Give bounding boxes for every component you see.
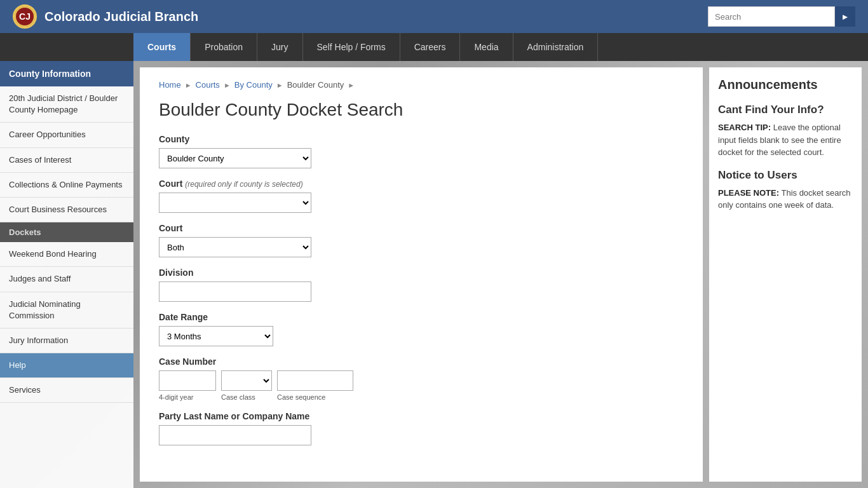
sidebar-item-help[interactable]: Help (0, 353, 133, 378)
nav-courts[interactable]: Courts (133, 33, 191, 61)
breadcrumb-home[interactable]: Home (159, 80, 181, 90)
court-required-group: Court (required only if county is select… (159, 179, 684, 213)
county-label: County (159, 134, 684, 144)
main-nav: Courts Probation Jury Self Help / Forms … (0, 33, 868, 61)
right-panel: Announcements Cant Find Your Info? SEARC… (709, 67, 862, 482)
search-tip-label: SEARCH TIP: (718, 123, 771, 132)
court-both-group: Court Both District Court County Court (159, 223, 684, 257)
date-range-select[interactable]: 3 Months 1 Month 6 Months 1 Year (159, 326, 273, 346)
site-logo: CJ (13, 4, 37, 29)
party-name-group: Party Last Name or Company Name (159, 411, 684, 445)
case-year-field: 4-digit year (159, 370, 216, 401)
party-name-input[interactable] (159, 425, 311, 445)
county-group: County Boulder County Adams County Arapa… (159, 134, 684, 168)
case-class-select[interactable]: CR CV DR (221, 370, 272, 391)
party-name-label: Party Last Name or Company Name (159, 411, 684, 421)
please-note-label: PLEASE NOTE: (718, 188, 779, 198)
sidebar-item-cases-of-interest[interactable]: Cases of Interest (0, 148, 133, 173)
sidebar-item-services[interactable]: Services (0, 378, 133, 403)
case-year-input[interactable] (159, 370, 216, 391)
please-note-text: PLEASE NOTE: This docket search only con… (718, 187, 853, 212)
search-button[interactable]: ► (835, 6, 855, 27)
court-both-label: Court (159, 223, 684, 233)
breadcrumb: Home ► Courts ► By County ► Boulder Coun… (159, 80, 684, 90)
svg-text:CJ: CJ (19, 11, 31, 22)
county-select[interactable]: Boulder County Adams County Arapahoe Cou… (159, 148, 311, 168)
breadcrumb-sep-1: ► (185, 81, 192, 89)
case-seq-field: Case sequence (277, 370, 353, 401)
content-wrapper: County Information 20th Judicial Distric… (0, 61, 868, 488)
nav-probation[interactable]: Probation (191, 33, 257, 61)
sidebar-item-jury-info[interactable]: Jury Information (0, 329, 133, 353)
search-tip-text: SEARCH TIP: Leave the optional input fie… (718, 121, 853, 159)
main-content: Home ► Courts ► By County ► Boulder Coun… (133, 61, 868, 488)
nav-jury[interactable]: Jury (257, 33, 302, 61)
case-seq-input[interactable] (277, 370, 353, 391)
division-group: Division (159, 268, 684, 302)
breadcrumb-sep-3: ► (276, 81, 283, 89)
breadcrumb-sep-4: ► (348, 81, 355, 89)
cant-find-title: Cant Find Your Info? (718, 104, 853, 116)
sidebar-section-dockets: Dockets (0, 222, 133, 242)
division-input[interactable] (159, 281, 311, 302)
breadcrumb-courts[interactable]: Courts (196, 80, 220, 90)
sidebar-item-judicial-nominating[interactable]: Judicial Nominating Commission (0, 292, 133, 329)
division-label: Division (159, 268, 684, 278)
court-required-label: Court (required only if county is select… (159, 179, 684, 189)
breadcrumb-by-county[interactable]: By County (234, 80, 273, 90)
sidebar-item-20th-judicial[interactable]: 20th Judicial District / Boulder County … (0, 86, 133, 123)
site-header: CJ Colorado Judicial Branch ► (0, 0, 868, 33)
case-number-group: Case Number 4-digit year CR CV DR Case (159, 356, 684, 401)
page-title: Boulder County Docket Search (159, 100, 684, 120)
case-class-field: CR CV DR Case class (221, 370, 272, 401)
nav-selfhelp[interactable]: Self Help / Forms (303, 33, 400, 61)
nav-administration[interactable]: Administration (513, 33, 599, 61)
sidebar-item-collections-online[interactable]: Collections & Online Payments (0, 173, 133, 198)
court-both-select[interactable]: Both District Court County Court (159, 237, 311, 257)
court-required-select[interactable]: District Court County Court (159, 193, 311, 213)
case-year-label: 4-digit year (159, 393, 216, 401)
site-title: Colorado Judicial Branch (44, 10, 198, 24)
search-area: ► (708, 6, 855, 27)
sidebar-title: County Information (0, 61, 133, 86)
case-class-label: Case class (221, 393, 272, 401)
sidebar-item-judges-staff[interactable]: Judges and Staff (0, 267, 133, 292)
breadcrumb-sep-2: ► (224, 81, 231, 89)
case-seq-label: Case sequence (277, 393, 353, 401)
case-number-row: 4-digit year CR CV DR Case class Cas (159, 370, 684, 401)
logo-area: CJ Colorado Judicial Branch (13, 4, 198, 29)
announcements-title: Announcements (718, 78, 853, 92)
case-number-label: Case Number (159, 356, 684, 367)
nav-careers[interactable]: Careers (400, 33, 461, 61)
court-note: (required only if county is selected) (185, 180, 302, 189)
sidebar-item-weekend-bond[interactable]: Weekend Bond Hearing (0, 242, 133, 267)
sidebar-item-court-business[interactable]: Court Business Resources (0, 198, 133, 222)
search-input[interactable] (708, 6, 835, 27)
nav-media[interactable]: Media (460, 33, 513, 61)
sidebar-item-career-opportunities[interactable]: Career Opportunities (0, 123, 133, 147)
date-range-label: Date Range (159, 312, 684, 322)
date-range-group: Date Range 3 Months 1 Month 6 Months 1 Y… (159, 312, 684, 346)
breadcrumb-current: Boulder County (287, 80, 344, 90)
page-area: Home ► Courts ► By County ► Boulder Coun… (140, 67, 703, 482)
sidebar: County Information 20th Judicial Distric… (0, 61, 133, 488)
notice-title: Notice to Users (718, 169, 853, 182)
